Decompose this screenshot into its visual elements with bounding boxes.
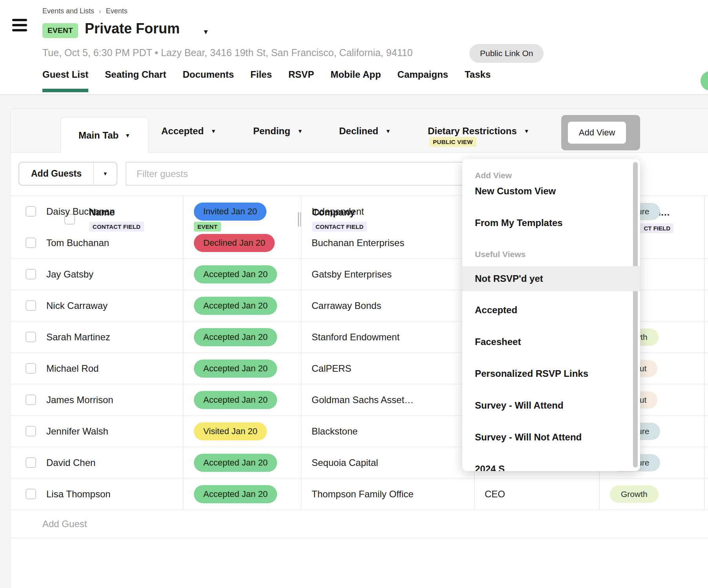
view-tab-label: Main Tab (78, 130, 119, 141)
view-tab-label: Accepted (161, 126, 204, 137)
row-checkbox[interactable] (26, 394, 36, 405)
cell-name: Jennifer Walsh (11, 416, 183, 447)
rsvp-status-badge: Accepted Jan 20 (194, 328, 277, 346)
cell-name: Tom Buchanan (11, 227, 183, 258)
cell-name: Nick Carraway (11, 290, 183, 321)
dropdown-item-survey-will-attend[interactable]: Survey - Will Attend (462, 393, 640, 418)
guest-name: Daisy Buchanan (46, 206, 115, 217)
nav-tab-files[interactable]: Files (250, 69, 272, 92)
public-view-badge: PUBLIC VIEW (429, 137, 476, 147)
dropdown-item-not-rsvp-d-yet[interactable]: Not RSVP'd yet (462, 266, 640, 291)
company-name: Independent (312, 206, 364, 217)
add-guest-label: Add Guest (42, 519, 87, 530)
rsvp-status-badge: Accepted Jan 20 (194, 265, 277, 283)
breadcrumb-events[interactable]: Events (106, 7, 128, 15)
nav-tab-tasks[interactable]: Tasks (465, 69, 491, 92)
add-view-button[interactable]: Add View (568, 122, 626, 144)
chevron-down-icon: ▼ (211, 128, 216, 134)
view-tab-pending[interactable]: Pending▼ (253, 109, 303, 153)
cell-company: Sequoia Capital (301, 447, 474, 478)
row-checkbox[interactable] (26, 489, 36, 499)
row-checkbox[interactable] (26, 332, 36, 342)
view-tab-declined[interactable]: Declined▼ (339, 109, 391, 153)
company-name: Stanford Endowment (312, 332, 400, 343)
cell-extra (704, 384, 708, 415)
row-checkbox[interactable] (26, 206, 36, 217)
company-name: Carraway Bonds (312, 300, 381, 311)
rsvp-status-badge: Accepted Jan 20 (194, 454, 277, 472)
cell-rsvp: Visited Jan 20 (183, 416, 301, 447)
cell-name: Sarah Martinez (11, 321, 183, 352)
cell-name: Jay Gatsby (11, 259, 183, 290)
row-checkbox[interactable] (26, 300, 36, 311)
cell-rsvp: Invited Jan 20 (183, 196, 301, 227)
cell-company: Gatsby Enterprises (301, 259, 474, 290)
title-chevron-down-icon[interactable]: ▼ (203, 28, 209, 36)
rsvp-status-badge: Accepted Jan 20 (194, 485, 277, 503)
cell-company: Buchanan Enterprises (301, 227, 474, 258)
dropdown-item-facesheet[interactable]: Facesheet (462, 329, 640, 354)
cell-extra (704, 259, 708, 290)
guest-name: Nick Carraway (46, 300, 108, 311)
avatar[interactable] (701, 71, 708, 91)
segment-badge: Growth (610, 486, 659, 503)
cell-company: Independent (301, 196, 474, 227)
view-tab-label: Dietary Restrictions (428, 126, 517, 137)
view-tab-main-tab[interactable]: Main Tab ▼ (60, 117, 148, 153)
nav-tab-documents[interactable]: Documents (182, 69, 234, 92)
cell-add-guest: Add Guest (11, 510, 708, 538)
view-tab-accepted[interactable]: Accepted▼ (161, 109, 216, 153)
add-view-focus-ring: Add View (561, 115, 640, 150)
nav-tab-campaigns[interactable]: Campaigns (398, 69, 448, 92)
guest-name: James Morrison (46, 394, 113, 405)
filter-guests-input[interactable] (126, 162, 479, 186)
nav-tab-seating-chart[interactable]: Seating Chart (105, 69, 166, 92)
row-checkbox[interactable] (26, 237, 36, 248)
nav-tab-rsvp[interactable]: RSVP (288, 69, 314, 92)
section-nav-tabs: Guest ListSeating ChartDocumentsFilesRSV… (42, 69, 491, 92)
row-checkbox[interactable] (26, 426, 36, 436)
row-checkbox[interactable] (26, 269, 36, 279)
dropdown-item-label: 2024 S (475, 464, 505, 471)
dropdown-item-label: New Custom View (475, 186, 556, 197)
breadcrumb-separator-icon: › (99, 7, 101, 15)
rsvp-status-badge: Invited Jan 20 (194, 203, 266, 221)
dropdown-item-survey-will-not-attend[interactable]: Survey - Will Not Attend (462, 425, 640, 450)
rsvp-status-badge: Declined Jan 20 (194, 234, 275, 252)
cell-extra (704, 321, 708, 352)
dropdown-item-2024-s[interactable]: 2024 S (462, 457, 640, 471)
company-name: Goldman Sachs Asset… (312, 394, 414, 405)
guest-name: Michael Rod (46, 363, 99, 374)
nav-tab-mobile-app[interactable]: Mobile App (330, 69, 381, 92)
row-checkbox[interactable] (26, 457, 36, 468)
dropdown-item-personalized-rsvp-links[interactable]: Personalized RSVP Links (462, 361, 640, 386)
dropdown-item-new-custom-view[interactable]: New Custom View (462, 179, 640, 204)
page-title: Private Forum (85, 20, 180, 37)
add-guests-label[interactable]: Add Guests (19, 163, 93, 185)
public-link-toggle-badge[interactable]: Public Link On (469, 44, 544, 63)
cell-company: Thompson Family Office (301, 478, 474, 509)
breadcrumb-events-and-lists[interactable]: Events and Lists (42, 7, 94, 15)
add-guests-chevron-down-icon[interactable]: ▼ (94, 163, 117, 185)
cell-segment: Growth (600, 478, 704, 509)
cell-company: Carraway Bonds (301, 290, 474, 321)
row-checkbox[interactable] (26, 363, 36, 374)
cell-extra (704, 353, 708, 384)
cell-rsvp: Accepted Jan 20 (183, 353, 301, 384)
add-guest-row[interactable]: Add Guest (11, 509, 708, 538)
add-guests-split-button[interactable]: Add Guests ▼ (18, 162, 117, 186)
dropdown-item-from-my-templates[interactable]: From My Templates (462, 210, 640, 236)
dropdown-item-label: Accepted (475, 305, 517, 316)
cell-rsvp: Accepted Jan 20 (183, 384, 301, 415)
cell-company: Stanford Endowment (301, 321, 474, 352)
nav-tab-guest-list[interactable]: Guest List (42, 69, 88, 92)
chevron-down-icon: ▼ (125, 132, 130, 139)
guest-name: Tom Buchanan (46, 237, 109, 248)
add-view-dropdown-menu: Add ViewNew Custom ViewFrom My Templates… (462, 159, 640, 471)
dropdown-item-accepted[interactable]: Accepted (462, 298, 640, 323)
hamburger-menu-icon[interactable] (12, 19, 28, 32)
guest-name: Sarah Martinez (46, 332, 110, 343)
cell-company: CalPERS (301, 353, 474, 384)
chevron-down-icon: ▼ (385, 128, 391, 134)
event-type-badge: EVENT (42, 23, 78, 38)
